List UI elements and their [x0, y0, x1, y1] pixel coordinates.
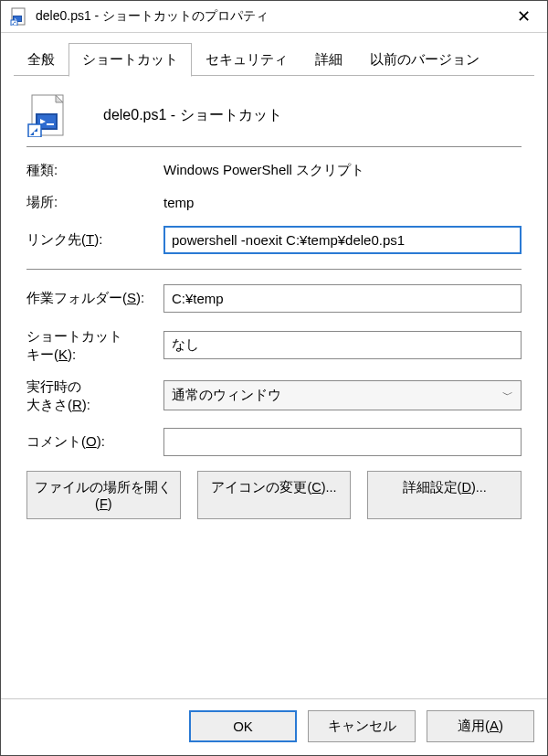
- chevron-down-icon: ﹀: [502, 388, 513, 403]
- tab-general[interactable]: 全般: [14, 43, 68, 77]
- target-input[interactable]: [163, 226, 522, 254]
- item-name: dele0.ps1 - ショートカット: [103, 106, 282, 125]
- hotkey-label: ショートカット キー(K):: [26, 327, 163, 363]
- apply-button[interactable]: 適用(A): [427, 710, 534, 742]
- comment-label: コメント(O):: [26, 433, 163, 451]
- run-select-value: 通常のウィンドウ: [172, 387, 281, 404]
- type-value: Windows PowerShell スクリプト: [163, 162, 364, 179]
- location-label: 場所:: [26, 194, 163, 211]
- separator: [26, 146, 522, 147]
- run-select[interactable]: 通常のウィンドウ ﹀: [163, 380, 522, 410]
- tab-content: dele0.ps1 - ショートカット 種類: Windows PowerShe…: [1, 77, 547, 698]
- shortcut-large-icon: [26, 93, 70, 137]
- open-file-location-button[interactable]: ファイルの場所を開く(F): [26, 471, 181, 519]
- tab-security[interactable]: セキュリティ: [192, 43, 301, 77]
- cancel-button[interactable]: キャンセル: [308, 710, 416, 742]
- ok-button[interactable]: OK: [189, 710, 297, 742]
- target-label: リンク先(T):: [26, 231, 163, 249]
- tab-details[interactable]: 詳細: [301, 43, 356, 77]
- type-label: 種類:: [26, 162, 163, 179]
- window-title: dele0.ps1 - ショートカットのプロパティ: [36, 8, 509, 25]
- svg-rect-11: [47, 123, 54, 125]
- advanced-button[interactable]: 詳細設定(D)...: [367, 471, 522, 519]
- tab-shortcut[interactable]: ショートカット: [68, 43, 192, 77]
- comment-input[interactable]: [163, 428, 522, 456]
- dialog-footer: OK キャンセル 適用(A): [1, 698, 547, 755]
- close-button[interactable]: ✕: [509, 6, 538, 27]
- run-label: 実行時の 大きさ(R):: [26, 378, 163, 413]
- startin-label: 作業フォルダー(S):: [26, 290, 163, 307]
- startin-input[interactable]: [163, 284, 522, 313]
- tab-strip: 全般 ショートカット セキュリティ 詳細 以前のバージョン: [1, 33, 547, 76]
- title-bar: dele0.ps1 - ショートカットのプロパティ ✕: [1, 1, 547, 33]
- separator: [26, 269, 522, 270]
- tab-previous-versions[interactable]: 以前のバージョン: [356, 43, 493, 77]
- hotkey-input[interactable]: [163, 331, 522, 359]
- change-icon-button[interactable]: アイコンの変更(C)...: [197, 471, 352, 519]
- shortcut-file-icon: [10, 7, 28, 26]
- location-value: temp: [163, 195, 194, 210]
